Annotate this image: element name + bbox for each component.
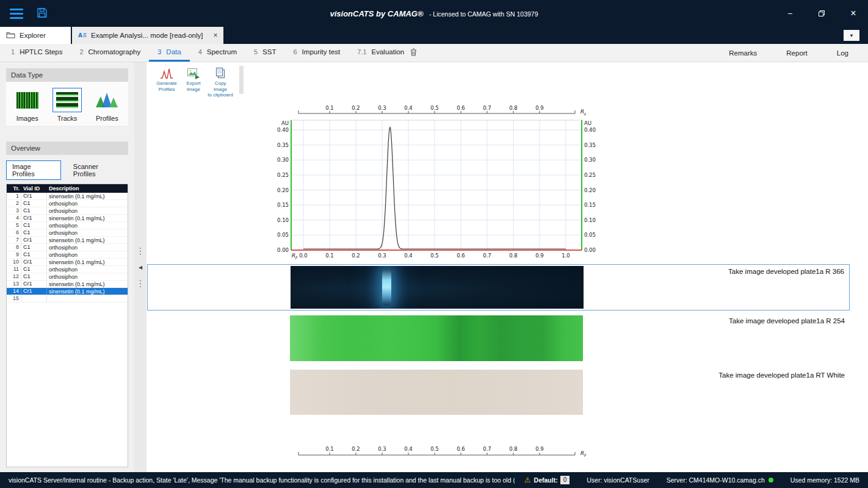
track-image-rt-white[interactable]	[290, 370, 583, 415]
tab-analysis-document[interactable]: A Example Analysi... mode [read-only] ×	[72, 27, 223, 44]
close-button[interactable]: ×	[848, 9, 858, 18]
default-label: Default:	[534, 476, 558, 484]
sidebar-splitter[interactable]: ◀	[134, 62, 146, 472]
step-tab-hptlc-steps[interactable]: 1 HPTLC Steps	[2, 44, 71, 62]
cell-desc: orthosiphon	[47, 267, 128, 273]
tracks-icon	[56, 92, 78, 109]
cell-tr: 3	[7, 207, 21, 214]
button-label-line: Export	[186, 81, 200, 86]
window-title: visionCATS by CAMAG® - Licensed to CAMAG…	[0, 9, 868, 18]
tab-list-dropdown-button[interactable]: ▼	[844, 30, 859, 41]
data-type-label: Tracks	[57, 115, 78, 122]
step-tab-spectrum[interactable]: 4 Spectrum	[190, 44, 245, 62]
track-table-row[interactable]: 12C1orthosiphon	[7, 273, 128, 281]
step-label: Spectrum	[207, 48, 237, 56]
svg-text:0.00: 0.00	[584, 247, 596, 253]
svg-text:0.15: 0.15	[584, 202, 596, 208]
track-image-row-r366[interactable]: Take image developed plate1a R 366	[147, 264, 850, 310]
step-tab-impurity-test[interactable]: 6 Impurity test	[284, 44, 349, 62]
remarks-link[interactable]: Remarks	[714, 49, 772, 57]
svg-text:0.2: 0.2	[352, 253, 360, 259]
export-image-button[interactable]: Export image	[181, 66, 206, 93]
splitter-grip[interactable]	[140, 280, 141, 287]
step-number: 5	[254, 48, 258, 56]
track-image-row-r254[interactable]: Take image developed plate1a R 254	[147, 315, 850, 363]
step-tab-chromatography[interactable]: 2 Chromatography	[71, 44, 149, 62]
svg-text:0.5: 0.5	[430, 253, 439, 259]
minimize-button[interactable]: −	[785, 9, 795, 18]
track-table-row[interactable]: 13Cr1sinensetin (0.1 mg/mL)	[7, 281, 128, 288]
step-tab-data[interactable]: 3 Data	[149, 44, 189, 62]
step-tab-evaluation[interactable]: 7.1 Evaluation	[349, 44, 425, 62]
track-image-row-rt-white[interactable]: Take image developed plate1a RT White	[147, 370, 850, 416]
svg-text:0.1: 0.1	[325, 253, 334, 259]
restore-button[interactable]	[817, 9, 826, 18]
track-table-row[interactable]: 11C1orthosiphon	[7, 266, 128, 273]
rf-ruler: 0.10.20.30.40.50.60.70.80.9RF	[272, 444, 601, 465]
svg-text:0.30: 0.30	[277, 157, 289, 163]
svg-text:A: A	[78, 32, 82, 38]
tab-close-icon[interactable]: ×	[213, 31, 217, 40]
cell-desc: orthosiphon	[47, 208, 128, 214]
cell-tr: 1	[7, 193, 21, 199]
track-table-row[interactable]: 4Cr1sinensetin (0.1 mg/mL)	[7, 215, 128, 222]
folder-icon	[6, 31, 15, 40]
button-label-line: Copy image	[214, 81, 227, 92]
step-tab-sst[interactable]: 5 SST	[245, 44, 285, 62]
cell-tr: 7	[7, 237, 21, 243]
step-label: Impurity test	[302, 48, 341, 56]
report-link[interactable]: Report	[772, 49, 822, 57]
image-caption: Take image developed plate1a R 254	[729, 317, 845, 325]
svg-text:1.0: 1.0	[562, 253, 570, 259]
tab-image-profiles[interactable]: Image Profiles	[6, 160, 61, 180]
copy-image-button[interactable]: Copy image to clipboard	[208, 66, 233, 99]
svg-text:0.1: 0.1	[325, 446, 334, 452]
step-label: Evaluation	[372, 48, 405, 56]
column-header-vial-id: Vial ID	[21, 185, 47, 192]
step-number: 1	[11, 48, 15, 56]
track-table-row[interactable]: 15	[7, 295, 128, 303]
data-type-images[interactable]: Images	[9, 88, 46, 122]
track-table-header: Tr. Vial ID Description	[7, 184, 128, 193]
images-icon	[16, 92, 38, 109]
svg-text:0.6: 0.6	[457, 105, 465, 111]
track-table-row[interactable]: 7Cr1sinensetin (0.1 mg/mL)	[7, 237, 128, 244]
svg-text:0.4: 0.4	[404, 253, 413, 259]
cell-vial: C1	[21, 207, 47, 214]
profiles-icon	[95, 91, 118, 110]
track-table-row[interactable]: 8C1orthosiphon	[7, 244, 128, 251]
track-image-r366[interactable]	[291, 266, 584, 309]
tab-explorer-label: Explorer	[20, 32, 46, 39]
data-type-tracks[interactable]: Tracks	[48, 88, 85, 122]
track-table-row[interactable]: 10Cr1sinensetin (0.1 mg/mL)	[7, 259, 128, 266]
track-table-row[interactable]: 14Cr1sinensetin (0.1 mg/mL)	[7, 288, 128, 295]
svg-text:AU: AU	[281, 120, 289, 126]
track-table-row[interactable]: 9C1orthosiphon	[7, 251, 128, 259]
track-image-r254[interactable]	[290, 315, 583, 361]
button-label-line: image	[187, 87, 200, 92]
toolbar-scrollbar[interactable]	[239, 66, 244, 94]
splitter-grip[interactable]	[140, 248, 141, 255]
svg-text:RF: RF	[291, 253, 298, 260]
data-type-profiles[interactable]: Profiles	[89, 88, 126, 122]
notifications-status[interactable]: ⚠ Default: 0	[524, 476, 570, 484]
track-table-row[interactable]: 1Cr1sinensetin (0.1 mg/mL)	[7, 193, 128, 200]
cell-vial: Cr1	[21, 281, 47, 287]
track-table-row[interactable]: 5C1orthosiphon	[7, 222, 128, 229]
track-data-content: 0.10.20.30.40.50.60.70.80.9Rs0.000.000.0…	[146, 100, 868, 472]
trash-icon[interactable]	[410, 48, 417, 56]
cell-desc: sinensetin (0.1 mg/mL)	[47, 193, 128, 199]
track-table-row[interactable]: 2C1orthosiphon	[7, 200, 128, 207]
svg-text:0.00: 0.00	[277, 247, 289, 253]
log-link[interactable]: Log	[822, 49, 863, 57]
collapse-sidebar-button[interactable]: ◀	[139, 265, 142, 270]
tab-explorer[interactable]: Explorer	[0, 27, 71, 44]
track-table-row[interactable]: 3C1orthosiphon	[7, 207, 128, 215]
save-button[interactable]	[37, 7, 48, 20]
generate-profiles-button[interactable]: Generate Profiles	[154, 66, 179, 93]
track-table-row[interactable]: 6C1orthosiphon	[7, 229, 128, 237]
cell-tr: 12	[7, 273, 21, 280]
menu-icon[interactable]	[10, 9, 23, 19]
tab-scanner-profiles[interactable]: Scanner Profiles	[67, 160, 128, 180]
svg-text:0.10: 0.10	[584, 217, 596, 223]
